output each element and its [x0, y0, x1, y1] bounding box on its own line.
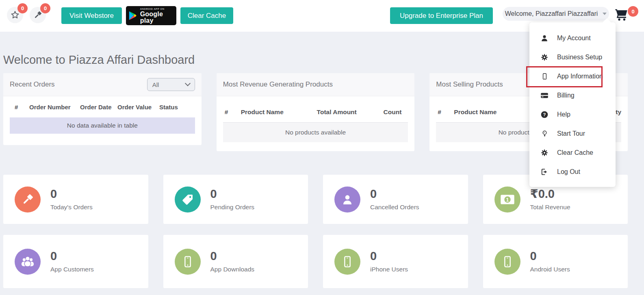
logout-icon	[540, 168, 549, 176]
most-revenue-panel: Most Revenue Generating Products # Produ…	[217, 73, 415, 151]
visit-webstore-button[interactable]: Visit Webstore	[61, 7, 122, 24]
user-dropdown-menu: My Account Business Setup App Informatio…	[529, 22, 616, 187]
most-revenue-table: # Product Name Total Amount Count No pro…	[223, 96, 408, 142]
menu-item-label: Help	[557, 111, 570, 118]
banknote-icon: 1	[500, 194, 515, 205]
column-header: Order Date	[78, 99, 116, 117]
svg-text:1: 1	[506, 197, 509, 202]
column-header: Product Name	[452, 96, 519, 123]
svg-text:?: ?	[543, 112, 546, 117]
stat-label: Total Revenue	[530, 204, 570, 211]
stat-circle	[175, 249, 201, 275]
smartphone-icon	[341, 255, 354, 268]
stat-card-iphone-users: 0 iPhone Users	[323, 235, 468, 288]
menu-item-app-information[interactable]: App Information	[529, 67, 616, 86]
menu-item-label: App Information	[557, 73, 603, 80]
menu-item-help[interactable]: ? Help	[529, 105, 616, 124]
stat-card-android-users: 0 Android Users	[483, 235, 628, 288]
user-menu-trigger[interactable]: Welcome, Piazzaffari Piazzaffari	[503, 7, 609, 21]
smartphone-icon	[181, 255, 194, 268]
google-play-icon	[129, 10, 138, 21]
stat-value: 0	[210, 250, 255, 263]
google-play-button[interactable]: ANDROID APP ON Google play	[126, 6, 176, 25]
orders-filter-select[interactable]: All	[147, 78, 195, 91]
upgrade-plan-label: Upgrade to Enterprise Plan	[400, 12, 483, 20]
menu-item-label: My Account	[557, 35, 591, 42]
upgrade-plan-button[interactable]: Upgrade to Enterprise Plan	[390, 7, 493, 24]
column-header: Product Name	[239, 96, 306, 123]
menu-item-label: Clear Cache	[557, 149, 593, 156]
stat-card-cancelled-orders: 0 Cancelled Orders	[323, 175, 468, 224]
menu-item-clear-cache[interactable]: Clear Cache	[529, 143, 616, 162]
stat-value: 0	[50, 188, 93, 201]
chevron-down-icon	[185, 80, 191, 86]
stat-label: Pending Orders	[210, 204, 255, 211]
column-header: Count	[367, 96, 408, 123]
stat-circle	[15, 249, 41, 275]
credit-card-icon	[540, 91, 549, 100]
lightbulb-icon	[540, 130, 549, 138]
empty-table-message: No products available	[223, 123, 408, 143]
stat-label: App Downloads	[210, 266, 255, 273]
dashboard-page: 0 0 Visit Webstore ANDROID APP ON Google…	[0, 0, 644, 295]
google-play-large-text: Google play	[140, 11, 173, 24]
menu-item-billing[interactable]: Billing	[529, 86, 616, 105]
column-header: #	[223, 96, 239, 123]
recent-orders-table: # Order Number Order Date Order Value St…	[10, 99, 195, 134]
menu-item-my-account[interactable]: My Account	[529, 28, 616, 48]
visit-webstore-label: Visit Webstore	[69, 12, 114, 20]
stat-value: 0	[370, 188, 419, 201]
clear-cache-button[interactable]: Clear Cache	[180, 7, 233, 24]
tag-icon	[181, 193, 194, 206]
column-header: Order Number	[28, 99, 78, 117]
stat-card-app-downloads: 0 App Downloads	[163, 235, 308, 288]
cart-icon	[614, 8, 628, 21]
stat-value: ₹0.0	[530, 188, 570, 201]
google-play-small-text: ANDROID APP ON	[140, 8, 173, 10]
stat-value: 0	[370, 250, 408, 263]
stat-label: Android Users	[530, 266, 570, 273]
gear-icon	[540, 149, 549, 157]
menu-item-label: Billing	[557, 92, 575, 99]
help-icon: ?	[540, 111, 549, 119]
cart-button[interactable]	[614, 8, 628, 23]
page-title: Welcome to Piazza Affari Dashboard	[3, 53, 195, 67]
menu-item-label: Log Out	[557, 168, 580, 176]
stats-row-2: 0 App Customers 0 App Downloads 0 iPhone…	[3, 235, 628, 288]
gavel-icon	[21, 193, 35, 206]
most-selling-title: Most Selling Products	[436, 80, 503, 89]
table-row: No data available in table	[10, 117, 195, 134]
menu-item-log-out[interactable]: Log Out	[529, 162, 616, 181]
column-header: #	[436, 96, 452, 123]
menu-item-business-setup[interactable]: Business Setup	[529, 48, 616, 67]
gear-icon	[540, 53, 549, 61]
favorites-badge: 0	[17, 3, 28, 13]
most-revenue-title: Most Revenue Generating Products	[223, 80, 333, 89]
empty-table-message: No data available in table	[10, 117, 195, 134]
recent-orders-title: Recent Orders	[10, 80, 55, 89]
smartphone-icon	[501, 255, 514, 268]
welcome-label: Welcome, Piazzaffari Piazzaffari	[505, 10, 598, 17]
stat-card-app-customers: 0 App Customers	[3, 235, 148, 288]
column-header: #	[10, 99, 28, 117]
recent-orders-panel: Recent Orders All # Order Number Order D…	[3, 73, 202, 145]
cart-badge: 0	[628, 6, 638, 17]
stat-card-todays-orders: 0 Today's Orders	[3, 175, 148, 224]
orders-filter-value: All	[152, 81, 159, 88]
user-icon	[540, 34, 549, 42]
stat-value: 0	[530, 250, 570, 263]
user-icon	[341, 193, 354, 206]
stat-circle: 1	[494, 187, 520, 213]
menu-item-label: Start Tour	[557, 130, 585, 137]
stat-circle	[15, 187, 41, 213]
column-header: Order Value	[116, 99, 158, 117]
stat-label: Cancelled Orders	[370, 204, 419, 211]
column-header: Total Amount	[306, 96, 367, 123]
table-row: No products available	[223, 123, 408, 143]
stat-circle	[494, 249, 520, 275]
clear-cache-label: Clear Cache	[188, 12, 226, 20]
stat-circle	[175, 187, 201, 213]
stat-label: App Customers	[50, 266, 94, 273]
menu-item-label: Business Setup	[557, 54, 602, 61]
menu-item-start-tour[interactable]: Start Tour	[529, 124, 616, 143]
